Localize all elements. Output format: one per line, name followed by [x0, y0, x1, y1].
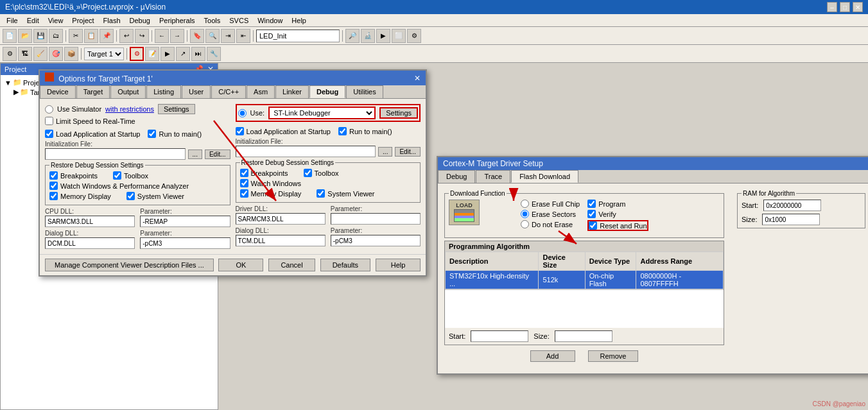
- target-select[interactable]: Target 1: [84, 47, 124, 60]
- debugger-settings-btn[interactable]: Settings: [379, 107, 418, 119]
- limit-speed-check[interactable]: [45, 117, 53, 125]
- menu-tools[interactable]: Tools: [200, 16, 225, 25]
- cpu-dll-input[interactable]: [45, 216, 135, 227]
- bookmark-btn[interactable]: 🔖: [190, 29, 204, 43]
- component-btn[interactable]: 🔧: [207, 47, 221, 61]
- run-to-main-right-check[interactable]: [338, 127, 347, 135]
- watch-windows-check-left[interactable]: [49, 182, 58, 190]
- driver-dialog-dll-input[interactable]: [236, 235, 326, 246]
- manage-cvd-btn[interactable]: Manage Component Viewer Description File…: [45, 259, 214, 271]
- ram-start-input[interactable]: [763, 200, 821, 211]
- menu-svcs[interactable]: SVCS: [225, 16, 252, 25]
- options-dialog-close[interactable]: ✕: [414, 74, 421, 83]
- ok-btn[interactable]: OK: [218, 259, 263, 271]
- toolbox-check-right[interactable]: [304, 169, 312, 177]
- browse-btn-right[interactable]: ...: [378, 147, 392, 157]
- edit-btn-left[interactable]: Edit...: [205, 149, 230, 159]
- inspect-btn[interactable]: 🔎: [345, 29, 360, 43]
- erase-sectors-radio[interactable]: [521, 210, 529, 218]
- memory-check-right[interactable]: [240, 189, 248, 198]
- close-btn[interactable]: ✕: [853, 2, 863, 12]
- tab-cc[interactable]: C/C++: [211, 85, 246, 98]
- tab-user[interactable]: User: [182, 85, 211, 98]
- tab-output[interactable]: Output: [110, 85, 146, 98]
- copy-btn[interactable]: 📋: [84, 29, 98, 43]
- tab-utilities[interactable]: Utilities: [346, 85, 383, 98]
- verify-check[interactable]: [587, 210, 596, 218]
- erase-full-chip-radio[interactable]: [521, 200, 529, 208]
- menu-project[interactable]: Project: [68, 16, 98, 25]
- tab-device[interactable]: Device: [40, 85, 76, 98]
- cancel-btn[interactable]: Cancel: [268, 259, 315, 271]
- cortex-tab-trace[interactable]: Trace: [476, 170, 510, 183]
- size-input[interactable]: [555, 330, 612, 342]
- memory-check-left[interactable]: [49, 192, 58, 200]
- use-debugger-radio[interactable]: [238, 109, 247, 117]
- target-btn[interactable]: 🎯: [49, 47, 63, 61]
- fwd-btn[interactable]: →: [170, 29, 184, 43]
- edit-btn-right[interactable]: Edit...: [395, 147, 421, 157]
- zoom-btn[interactable]: 🔬: [361, 29, 375, 43]
- function-search-input[interactable]: [256, 30, 340, 42]
- breakpoints-check-left[interactable]: [49, 171, 58, 180]
- run-to-main-left-check[interactable]: [148, 130, 156, 138]
- menu-flash[interactable]: Flash: [100, 16, 125, 25]
- cortex-tab-debug[interactable]: Debug: [438, 170, 475, 183]
- run-btn[interactable]: ▶: [161, 47, 175, 61]
- new-file-btn[interactable]: 📄: [3, 29, 17, 43]
- batch-btn[interactable]: 📦: [64, 47, 78, 61]
- start-input[interactable]: [471, 330, 528, 342]
- menu-help[interactable]: Help: [288, 16, 310, 25]
- indent-btn[interactable]: ⇥: [221, 29, 235, 43]
- gear-btn[interactable]: ⚙: [407, 29, 421, 43]
- watch-windows-check-right[interactable]: [240, 179, 248, 187]
- menu-edit[interactable]: Edit: [23, 16, 43, 25]
- program-check[interactable]: [587, 200, 596, 208]
- with-restrictions-link[interactable]: with restrictions: [105, 105, 154, 113]
- tab-linker[interactable]: Linker: [275, 85, 309, 98]
- breakpoints-check-right[interactable]: [240, 169, 248, 177]
- menu-file[interactable]: File: [3, 16, 22, 25]
- clean-btn[interactable]: 🧹: [33, 47, 48, 61]
- driver-dialog-param-input[interactable]: [331, 235, 421, 246]
- use-simulator-radio[interactable]: [45, 105, 53, 114]
- remove-btn[interactable]: Remove: [588, 350, 639, 362]
- load-app-left-check[interactable]: [45, 130, 53, 138]
- minimize-btn[interactable]: –: [827, 2, 837, 12]
- toolbox-check-left[interactable]: [113, 171, 121, 180]
- do-not-erase-radio[interactable]: [521, 220, 529, 228]
- driver-param-input[interactable]: [331, 213, 421, 225]
- dialog-param-input[interactable]: [140, 237, 230, 249]
- menu-debug[interactable]: Debug: [126, 16, 154, 25]
- help-btn[interactable]: Help: [376, 259, 421, 271]
- build-btn[interactable]: ⚙: [3, 47, 17, 61]
- init-file-input-right[interactable]: [236, 146, 376, 157]
- tab-listing[interactable]: Listing: [146, 85, 181, 98]
- menu-view[interactable]: View: [44, 16, 67, 25]
- sysviewer-check-left[interactable]: [126, 192, 135, 200]
- init-file-input-left[interactable]: [45, 148, 186, 160]
- tab-asm[interactable]: Asm: [247, 85, 275, 98]
- save-all-btn[interactable]: 🗂: [49, 29, 63, 43]
- stop-btn[interactable]: ⬜: [392, 29, 406, 43]
- menu-window[interactable]: Window: [254, 16, 286, 25]
- cut-btn[interactable]: ✂: [69, 29, 83, 43]
- ram-size-input[interactable]: [762, 214, 820, 225]
- build-all-btn[interactable]: 🏗: [18, 47, 32, 61]
- dialog-dll-input[interactable]: [45, 237, 135, 249]
- load-app-right-check[interactable]: [236, 127, 244, 135]
- outdent-btn[interactable]: ⇤: [236, 29, 250, 43]
- redo-btn[interactable]: ↪: [135, 29, 149, 43]
- cpu-param-input[interactable]: [140, 216, 230, 227]
- paste-btn[interactable]: 📌: [100, 29, 114, 43]
- options-target-btn[interactable]: ⚙: [130, 47, 144, 61]
- options-file-btn[interactable]: 📝: [145, 47, 159, 61]
- simulator-settings-btn[interactable]: Settings: [158, 104, 195, 114]
- tab-debug[interactable]: Debug: [309, 85, 345, 98]
- undo-btn[interactable]: ↩: [119, 29, 134, 43]
- maximize-btn[interactable]: □: [840, 2, 850, 12]
- table-row[interactable]: STM32F10x High-density ... 512k On-chip …: [446, 271, 724, 289]
- sysviewer-check-right[interactable]: [317, 189, 325, 198]
- open-btn[interactable]: 📂: [18, 29, 32, 43]
- find-btn[interactable]: 🔍: [205, 29, 220, 43]
